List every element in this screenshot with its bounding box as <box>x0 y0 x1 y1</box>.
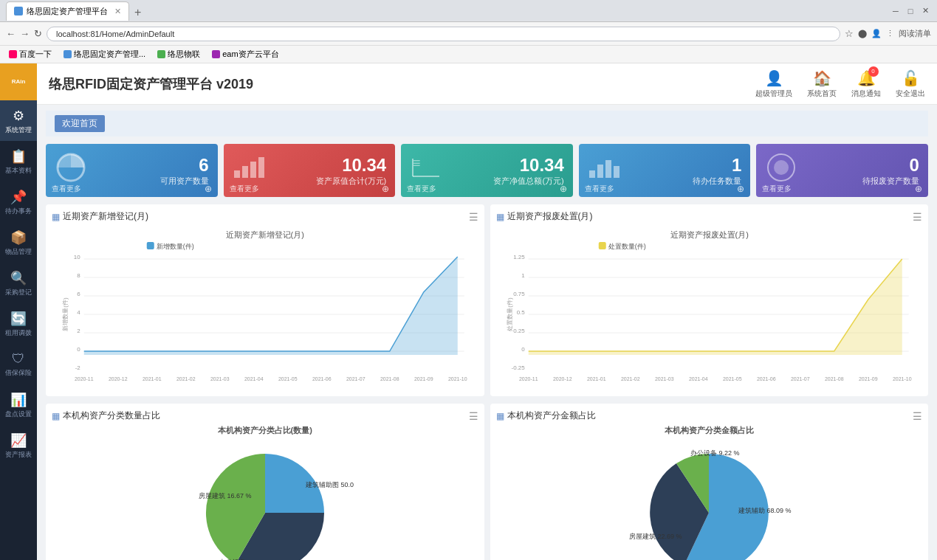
stat-card-net[interactable]: ≡ 10.34 资产净值总额(万元) 查看更多 ⊕ <box>401 144 573 197</box>
tab-title: 络思固定资产管理平台 <box>27 6 108 17</box>
refresh-button[interactable]: ↻ <box>34 28 42 39</box>
stat-plus-original[interactable]: ⊕ <box>382 184 389 194</box>
svg-text:0.75: 0.75 <box>513 291 525 297</box>
notification-action[interactable]: 🔔 0 消息通知 <box>851 69 881 99</box>
minimize-button[interactable]: ─ <box>890 6 902 15</box>
svg-text:0: 0 <box>77 346 80 353</box>
pie-chart-1-panel: ▦ 本机构资产分类数量占比 ☰ 本机构资产分类占比(数量) <box>46 404 484 560</box>
content-area: 欢迎首页 6 可用资产数量 查看更多 ⊕ <box>37 105 937 560</box>
svg-text:2021-09: 2021-09 <box>414 376 433 381</box>
svg-text:2021-09: 2021-09 <box>858 376 877 381</box>
svg-text:建筑辅助 68.09 %: 建筑辅助 68.09 % <box>738 507 792 514</box>
line-chart-1-menu[interactable]: ☰ <box>469 211 478 223</box>
svg-text:-2: -2 <box>75 364 81 371</box>
svg-text:近期资产新增登记(月): 近期资产新增登记(月) <box>226 230 304 239</box>
stat-more-net[interactable]: 查看更多 <box>407 184 436 194</box>
svg-text:8: 8 <box>77 272 80 279</box>
sidebar-item-inventory[interactable]: 📊 盘点设置 <box>0 384 37 425</box>
stat-card-available[interactable]: 6 可用资产数量 查看更多 ⊕ <box>46 144 218 197</box>
svg-rect-1 <box>234 170 240 178</box>
stat-more-task[interactable]: 查看更多 <box>585 184 614 194</box>
sidebar-purchase-label: 采购登记 <box>5 288 32 297</box>
home-action[interactable]: 🏠 系统首页 <box>807 69 837 99</box>
stat-plus-scrap[interactable]: ⊕ <box>915 184 922 194</box>
close-button[interactable]: ✕ <box>919 6 931 15</box>
svg-text:新增数量(件): 新增数量(件) <box>62 297 69 331</box>
line-chart-1-title: ▦ 近期资产新增登记(月) <box>52 210 148 223</box>
svg-text:0.25: 0.25 <box>513 328 525 334</box>
stat-card-2-icon <box>233 155 265 186</box>
svg-text:2021-07: 2021-07 <box>790 376 809 381</box>
line-charts-row: ▦ 近期资产新增登记(月) ☰ 近期资产新增登记(月) 新增数量(件) -2 <box>46 204 928 396</box>
admin-action[interactable]: 👤 超级管理员 <box>755 69 792 99</box>
svg-text:1.25: 1.25 <box>513 254 525 260</box>
svg-text:2021-07: 2021-07 <box>346 376 365 381</box>
stat-more-scrap[interactable]: 查看更多 <box>762 184 792 194</box>
pie-chart-2-menu[interactable]: ☰ <box>913 410 922 422</box>
extensions-button[interactable]: ⬤ <box>858 29 867 38</box>
bookmark-eam[interactable]: eam资产云平台 <box>209 47 281 61</box>
sidebar-item-basic[interactable]: 📋 基本资料 <box>0 141 37 182</box>
forward-button[interactable]: → <box>20 28 30 39</box>
bookmark-asset[interactable]: 络思固定资产管理... <box>61 47 148 61</box>
purchase-icon: 🔍 <box>10 270 27 286</box>
app-title: 络思RFID固定资产管理平台 v2019 <box>49 75 253 93</box>
svg-text:≡: ≡ <box>413 156 421 170</box>
sidebar-item-transfer[interactable]: 🔄 租用调拨 <box>0 303 37 344</box>
stat-more-original[interactable]: 查看更多 <box>230 184 259 194</box>
svg-text:2021-05: 2021-05 <box>278 376 298 381</box>
sidebar-insurance-label: 借保保险 <box>5 369 32 377</box>
pie-chart-2-svg: 建筑辅助 68.09 % 房屋建筑 22.69 % 办公设备 9.22 % <box>605 439 812 560</box>
line-chart-1-panel: ▦ 近期资产新增登记(月) ☰ 近期资产新增登记(月) 新增数量(件) -2 <box>46 204 484 396</box>
sidebar-item-system[interactable]: ⚙ 系统管理 <box>0 100 37 141</box>
svg-text:2021-05: 2021-05 <box>722 376 741 381</box>
svg-rect-12 <box>605 160 611 178</box>
svg-text:0: 0 <box>521 346 525 353</box>
logout-icon: 🔓 <box>902 69 920 87</box>
svg-text:2021-06: 2021-06 <box>312 376 332 381</box>
welcome-button[interactable]: 欢迎首页 <box>55 115 105 132</box>
pie-chart-1-menu[interactable]: ☰ <box>469 410 478 422</box>
svg-text:-0.25: -0.25 <box>511 364 525 371</box>
sidebar-item-report[interactable]: 📈 资产报表 <box>0 425 37 466</box>
sidebar-item-goods[interactable]: 📦 物品管理 <box>0 222 37 263</box>
svg-point-15 <box>774 160 789 175</box>
star-button[interactable]: ☆ <box>845 28 854 39</box>
back-button[interactable]: ← <box>6 28 16 39</box>
todo-icon: 📌 <box>10 189 27 205</box>
stat-plus-net[interactable]: ⊕ <box>560 184 567 194</box>
line-chart-2-panel: ▦ 近期资产报废处置(月) ☰ 近期资产报废处置(月) 处置数量(件) -0.2… <box>490 204 929 396</box>
maximize-button[interactable]: □ <box>905 6 916 15</box>
pie2-chart-title: 本机构资产分类金额占比 <box>496 425 923 436</box>
sidebar-item-todo[interactable]: 📌 待办事务 <box>0 182 37 222</box>
svg-text:2021-08: 2021-08 <box>380 376 399 381</box>
menu-button[interactable]: ⋮ <box>886 29 894 38</box>
bookmark-iot[interactable]: 络思物联 <box>154 47 203 61</box>
stat-more-available[interactable]: 查看更多 <box>52 184 81 194</box>
address-bar[interactable]: localhost:81/Home/AdminDefault <box>47 27 840 41</box>
svg-text:4: 4 <box>77 309 80 316</box>
report-icon: 📈 <box>10 432 27 449</box>
stat-value-available: 6 <box>160 155 209 176</box>
stat-plus-available[interactable]: ⊕ <box>205 184 212 194</box>
line-chart-2-menu[interactable]: ☰ <box>913 211 922 223</box>
logout-action[interactable]: 🔓 安全退出 <box>896 69 925 99</box>
stat-card-task[interactable]: 1 待办任务数量 查看更多 ⊕ <box>579 144 751 197</box>
stat-card-scrap[interactable]: 0 待报废资产数量 查看更多 ⊕ <box>756 144 928 197</box>
svg-text:0.5: 0.5 <box>516 309 525 316</box>
admin-icon: 👤 <box>765 69 783 87</box>
new-tab-button[interactable]: + <box>131 4 145 21</box>
system-icon: ⚙ <box>13 108 24 124</box>
stat-card-original[interactable]: 10.34 资产原值合计(万元) 查看更多 ⊕ <box>224 144 396 197</box>
svg-text:2020-12: 2020-12 <box>552 376 572 381</box>
bookmark-baiду[interactable]: 百度一下 <box>6 47 55 61</box>
svg-text:近期资产报废处置(月): 近期资产报废处置(月) <box>670 230 748 239</box>
pie-chart-1-icon: ▦ <box>52 411 60 421</box>
stat-plus-task[interactable]: ⊕ <box>737 184 744 194</box>
sidebar-item-insurance[interactable]: 🛡 借保保险 <box>0 344 37 384</box>
svg-rect-13 <box>614 166 619 178</box>
tab-close-icon[interactable]: ✕ <box>114 7 121 16</box>
sidebar-item-purchase[interactable]: 🔍 采购登记 <box>0 263 37 303</box>
reading-list-button[interactable]: 阅读清单 <box>899 28 931 39</box>
profile-button[interactable]: 👤 <box>871 29 882 38</box>
